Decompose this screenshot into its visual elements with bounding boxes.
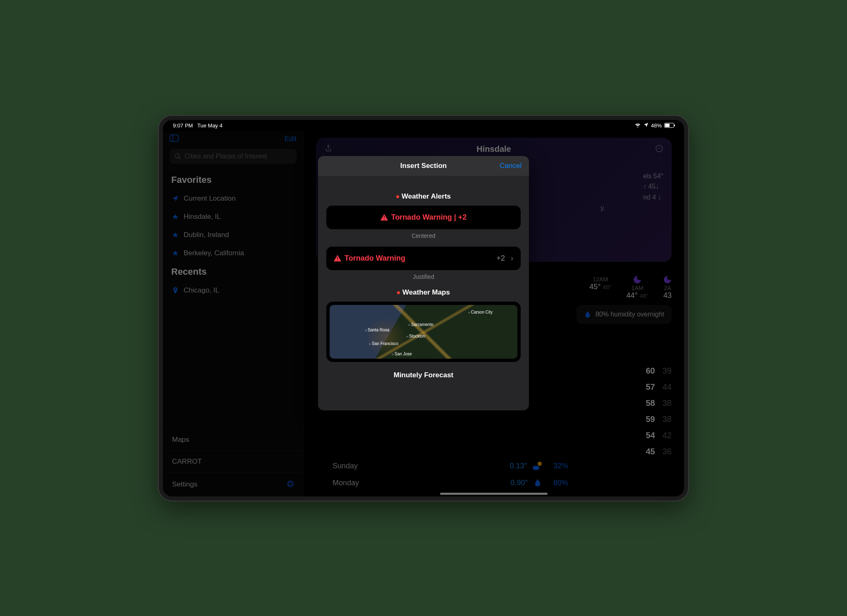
- centered-caption: Centered: [326, 232, 521, 239]
- minutely-heading: Minutely Forecast: [326, 371, 521, 379]
- main-area: Edit Cities and Places of Interest Favor…: [163, 131, 684, 496]
- alert-option-justified[interactable]: Tornado Warning +2 ›: [326, 247, 521, 270]
- red-dot-icon: [396, 195, 399, 198]
- status-left: 9:07 PM Tue May 4: [173, 122, 223, 129]
- screen: 9:07 PM Tue May 4 48%: [163, 120, 684, 496]
- map-option[interactable]: Carson City Sacramento Santa Rosa Stockt…: [326, 302, 521, 362]
- modal-body[interactable]: Weather Alerts Tornado Warning | +2 Cent…: [318, 176, 529, 410]
- alert-triangle-icon: [380, 214, 388, 221]
- status-right: 48%: [634, 122, 674, 129]
- battery-percent: 48%: [651, 122, 662, 129]
- battery-icon: [664, 123, 674, 128]
- justified-caption: Justified: [326, 273, 521, 280]
- alert-option-centered[interactable]: Tornado Warning | +2: [326, 206, 521, 229]
- wifi-icon: [634, 122, 641, 129]
- ipad-device-frame: 9:07 PM Tue May 4 48%: [159, 116, 688, 501]
- chevron-right-icon: ›: [511, 254, 513, 263]
- status-bar: 9:07 PM Tue May 4 48%: [163, 120, 684, 131]
- modal-header: Insert Section Cancel: [318, 156, 529, 176]
- map-preview: Carson City Sacramento Santa Rosa Stockt…: [330, 305, 517, 359]
- status-time: 9:07 PM: [173, 122, 193, 129]
- location-services-icon: [644, 122, 648, 129]
- weather-alerts-heading: Weather Alerts: [326, 192, 521, 201]
- red-dot-icon: [397, 291, 400, 294]
- status-date: Tue May 4: [197, 122, 223, 129]
- modal-title: Insert Section: [400, 162, 447, 170]
- weather-maps-heading: Weather Maps: [326, 288, 521, 297]
- modal-overlay[interactable]: Insert Section Cancel Weather Alerts: [163, 131, 684, 496]
- alert-triangle-icon: [334, 255, 341, 261]
- insert-section-modal: Insert Section Cancel Weather Alerts: [318, 156, 529, 410]
- cancel-button[interactable]: Cancel: [500, 162, 522, 170]
